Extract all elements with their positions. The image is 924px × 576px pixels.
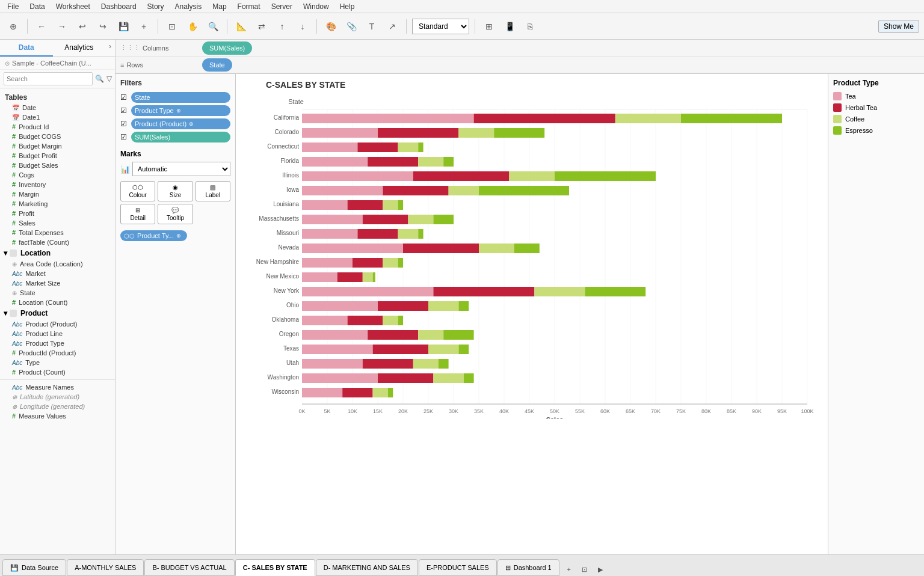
menu-analysis[interactable]: Analysis (170, 1, 207, 12)
abc-icon4: Abc (12, 331, 22, 337)
field-inventory[interactable]: #Inventory (0, 180, 115, 189)
field-market-size[interactable]: AbcMarket Size (0, 278, 115, 288)
tab-dashboard1[interactable]: ⊞ Dashboard 1 (497, 559, 559, 576)
filter-icon[interactable]: ▽ (106, 75, 112, 83)
field-profit[interactable]: #Profit (0, 209, 115, 218)
tab-analytics[interactable]: Analytics (53, 40, 106, 57)
product-group-header[interactable]: ▾ Product (0, 307, 115, 319)
field-product-type[interactable]: AbcProduct Type (0, 339, 115, 348)
marks-type-select[interactable]: Automatic Bar Line Area (132, 162, 230, 176)
new-worksheet-btn[interactable]: ⊕ (5, 18, 22, 35)
marks-detail-btn[interactable]: ⊞ Detail (120, 204, 155, 224)
field-type[interactable]: AbcType (0, 358, 115, 367)
menu-dashboard[interactable]: Dashboard (96, 1, 141, 12)
field-marketing[interactable]: #Marketing (0, 199, 115, 209)
filter-product-pill[interactable]: Product (Product) ⊕ (131, 118, 230, 129)
field-measure-values[interactable]: #Measure Values (0, 411, 115, 421)
marks-label-btn[interactable]: ▤ Label (196, 181, 230, 201)
field-latitude[interactable]: ⊕Latitude (generated) (0, 392, 115, 402)
tab-monthly-sales[interactable]: A-MONTHLY SALES (67, 559, 144, 576)
menu-help[interactable]: Help (335, 1, 360, 12)
filter-product-type-pill[interactable]: Product Type ⊕ (131, 105, 230, 116)
tab-budget-vs-actual[interactable]: B- BUDGET VS ACTUAL (144, 559, 234, 576)
swap-btn[interactable]: ⇄ (253, 18, 270, 35)
field-longitude[interactable]: ⊕Longitude (generated) (0, 402, 115, 411)
share-btn[interactable]: ⎘ (522, 18, 538, 35)
pan-btn[interactable]: ✋ (184, 18, 201, 35)
field-state[interactable]: ⊕State (0, 288, 115, 298)
menu-server[interactable]: Server (266, 1, 297, 12)
marks-size-btn[interactable]: ◉ Size (158, 181, 192, 201)
field-product-product[interactable]: AbcProduct (Product) (0, 319, 115, 329)
field-budget-cogs[interactable]: #Budget COGS (0, 132, 115, 141)
tab-sales-by-state[interactable]: C- SALES BY STATE (235, 559, 315, 576)
field-budget-sales[interactable]: #Budget Sales (0, 161, 115, 170)
field-facttable-count[interactable]: #factTable (Count) (0, 237, 115, 247)
back-btn[interactable]: ← (33, 18, 50, 35)
menu-window[interactable]: Window (298, 1, 334, 12)
zoom-btn[interactable]: 🔍 (205, 18, 221, 35)
field-productid[interactable]: #ProductId (Product) (0, 348, 115, 358)
field-total-expenses[interactable]: #Total Expenses (0, 228, 115, 237)
tab-datasource[interactable]: 💾 Data Source (2, 559, 66, 576)
marks-colour-btn[interactable]: ⬡⬡ Colour (120, 181, 155, 201)
field-measure-names[interactable]: AbcMeasure Names (0, 382, 115, 392)
sum-sales-pill[interactable]: SUM(Sales) (202, 41, 252, 55)
menu-data[interactable]: Data (25, 1, 49, 12)
field-product-id[interactable]: #Product Id (0, 122, 115, 132)
filter-state-pill[interactable]: State (131, 92, 230, 103)
field-product-count[interactable]: #Product (Count) (0, 367, 115, 377)
marks-tooltip-btn[interactable]: 💬 Tooltip (158, 204, 192, 224)
sort-asc-btn[interactable]: ↑ (274, 18, 291, 35)
menu-format[interactable]: Format (233, 1, 265, 12)
fix-axes-btn[interactable]: 📐 (233, 18, 250, 35)
show-me-btn[interactable]: Show Me (878, 20, 919, 33)
field-cogs[interactable]: #Cogs (0, 170, 115, 180)
field-area-code[interactable]: ⊕Area Code (Location) (0, 259, 115, 269)
filter-sumsales-checkbox[interactable]: ☑ (120, 133, 129, 141)
menu-worksheet[interactable]: Worksheet (51, 1, 95, 12)
menu-map[interactable]: Map (208, 1, 231, 12)
field-budget-margin[interactable]: #Budget Margin (0, 141, 115, 151)
new-sheet-btn[interactable]: + (562, 563, 576, 576)
field-margin[interactable]: #Margin (0, 189, 115, 199)
filter-product-type-checkbox[interactable]: ☑ (120, 106, 129, 115)
color-btn[interactable]: 🎨 (322, 18, 339, 35)
tab-product-sales[interactable]: E-PRODUCT SALES (419, 559, 497, 576)
select-btn[interactable]: ⊡ (164, 18, 180, 35)
field-market[interactable]: AbcMarket (0, 269, 115, 278)
text-btn[interactable]: T (363, 18, 380, 35)
device-btn[interactable]: 📱 (501, 18, 518, 35)
forward-btn[interactable]: → (54, 18, 70, 35)
filter-state-checkbox[interactable]: ☑ (120, 93, 129, 102)
field-location-count[interactable]: #Location (Count) (0, 298, 115, 307)
clip-btn[interactable]: 📎 (343, 18, 360, 35)
field-budget-profit[interactable]: #Budget Profit (0, 151, 115, 161)
present-btn[interactable]: ▶ (594, 563, 607, 576)
field-product-line[interactable]: AbcProduct Line (0, 329, 115, 339)
pointer-btn[interactable]: ↗ (384, 18, 401, 35)
add-btn[interactable]: + (135, 18, 152, 35)
menu-file[interactable]: File (2, 1, 23, 12)
grid-btn[interactable]: ⊞ (481, 18, 497, 35)
search-input[interactable] (4, 72, 93, 85)
left-panel-close[interactable]: › (105, 40, 115, 57)
filter-sumsales-pill[interactable]: SUM(Sales) (131, 132, 230, 142)
menu-story[interactable]: Story (143, 1, 169, 12)
state-pill[interactable]: State (202, 58, 232, 72)
field-date[interactable]: 📅Date (0, 103, 115, 112)
product-type-mark-pill[interactable]: ⬡⬡ Product Ty... ⊕ (120, 230, 187, 241)
undo-btn[interactable]: ↩ (74, 18, 91, 35)
location-group-header[interactable]: ▾ Location (0, 247, 115, 259)
search-icon[interactable]: 🔍 (95, 75, 104, 83)
filter-product-checkbox[interactable]: ☑ (120, 120, 129, 128)
tab-data[interactable]: Data (0, 40, 53, 57)
redo-btn[interactable]: ↪ (94, 18, 111, 35)
field-date1[interactable]: 📅Date1 (0, 112, 115, 122)
sort-desc-btn[interactable]: ↓ (294, 18, 311, 35)
field-sales[interactable]: #Sales (0, 218, 115, 228)
duplicate-sheet-btn[interactable]: ⊡ (578, 563, 591, 576)
view-dropdown[interactable]: Standard Fit Width Fit Height Entire Vie… (412, 19, 469, 34)
tab-marketing-sales[interactable]: D- MARKETING AND SALES (316, 559, 418, 576)
save-btn[interactable]: 💾 (115, 18, 132, 35)
